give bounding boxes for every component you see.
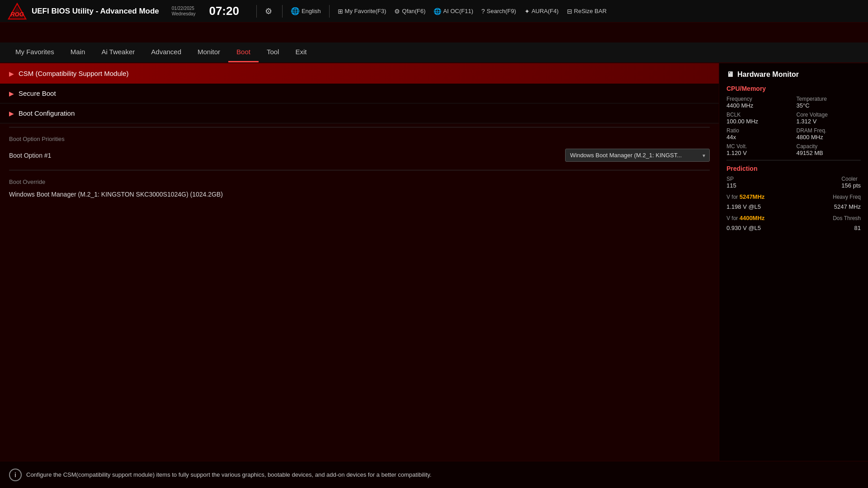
qfan-icon: ⚙	[394, 8, 400, 15]
day-label: Wednesday	[172, 11, 196, 17]
boot-config-title: Boot Configuration	[19, 109, 75, 117]
svg-text:ROG: ROG	[10, 11, 24, 18]
content-area: ▶ CSM (Compatibility Support Module) ▶ S…	[0, 63, 719, 461]
csm-section-title: CSM (Compatibility Support Module)	[19, 70, 128, 77]
aura-label: AURA(F4)	[532, 8, 559, 14]
dos-thresh-val: 81	[854, 225, 861, 231]
aura-icon: ✦	[524, 8, 530, 15]
heavy-freq-right: Heavy Freq	[833, 192, 861, 201]
search-label: Search(F9)	[487, 8, 516, 14]
ratio-cell: Ratio 44x	[726, 127, 791, 141]
time-display: 07:20	[209, 4, 239, 18]
mc-volt-cell: MC Volt. 1.120 V	[726, 143, 791, 156]
sp-cooler-row: SP 115 Cooler 156 pts	[726, 176, 861, 189]
header-divider-3	[329, 5, 330, 18]
separator-1	[9, 127, 710, 127]
secure-boot-title: Secure Boot	[19, 89, 56, 97]
cpu-memory-section-title: CPU/Memory	[726, 85, 861, 92]
boot-priorities-label: Boot Option Priorities	[0, 131, 719, 144]
search-icon: ?	[481, 8, 485, 15]
header-bar: ROG UEFI BIOS Utility - Advanced Mode 01…	[0, 0, 868, 23]
csm-chevron-icon: ▶	[9, 70, 14, 77]
temperature-cell: Temperature 35°C	[797, 96, 861, 109]
nav-item-main[interactable]: Main	[62, 42, 94, 62]
boot-option-1-select[interactable]: Windows Boot Manager (M.2_1: KINGST...	[565, 149, 710, 162]
ai-oc-icon: 🌐	[434, 8, 441, 15]
qfan-label: Qfan(F6)	[402, 8, 425, 14]
sp-cell: SP 115	[726, 176, 736, 189]
dram-freq-cell: DRAM Freq. 4800 MHz	[797, 127, 861, 141]
my-favorite-label: My Favorite(F3)	[345, 8, 387, 14]
ai-oc-label: AI OC(F11)	[443, 8, 473, 14]
star-icon: ⊞	[338, 8, 343, 15]
secure-boot-chevron-icon: ▶	[9, 90, 14, 97]
shortcut-my-favorite[interactable]: ⊞ My Favorite(F3)	[338, 8, 387, 15]
hw-monitor-title: 🖥 Hardware Monitor	[726, 70, 861, 79]
info-bar: i Configure the CSM(compatibility suppor…	[0, 461, 868, 488]
shortcut-search[interactable]: ? Search(F9)	[481, 8, 516, 15]
v-for-4400-row: V for 4400MHz Dos Thresh	[726, 214, 861, 222]
header-divider-2	[282, 5, 283, 18]
nav-item-my-favorites[interactable]: My Favorites	[7, 42, 62, 62]
dos-thresh-right: Dos Thresh	[833, 214, 861, 222]
resize-icon: ⊟	[567, 8, 572, 15]
freq-5247-highlight: 5247MHz	[740, 193, 765, 200]
hw-divider	[726, 160, 861, 160]
info-text: Configure the CSM(compatibility support …	[26, 471, 432, 478]
boot-override-item-1[interactable]: Windows Boot Manager (M.2_1: KINGSTON SK…	[0, 187, 719, 202]
cpu-memory-grid: Frequency 4400 MHz Temperature 35°C BCLK…	[726, 96, 861, 156]
boot-option-1-label: Boot Option #1	[9, 152, 558, 159]
globe-icon-english: 🌐	[291, 7, 300, 15]
heavy-freq-val: 5247 MHz	[834, 203, 861, 210]
main-layout: ▶ CSM (Compatibility Support Module) ▶ S…	[0, 63, 868, 461]
header-divider-1	[256, 5, 257, 18]
v-for-5247-left: V for 5247MHz	[726, 192, 764, 201]
boot-config-header[interactable]: ▶ Boot Configuration	[0, 103, 719, 123]
monitor-icon: 🖥	[726, 70, 734, 79]
cooler-cell: Cooler 156 pts	[841, 176, 861, 189]
boot-option-1-dropdown-wrapper[interactable]: Windows Boot Manager (M.2_1: KINGST...	[565, 149, 710, 162]
frequency-cell: Frequency 4400 MHz	[726, 96, 791, 109]
date-label: 01/22/2025	[172, 6, 196, 11]
nav-item-exit[interactable]: Exit	[287, 42, 315, 62]
english-label: English	[302, 8, 321, 14]
separator-2	[9, 170, 710, 170]
bclk-cell: BCLK 100.00 MHz	[726, 112, 791, 125]
boot-config-chevron-icon: ▶	[9, 110, 14, 117]
boot-override-label: Boot Override	[0, 174, 719, 187]
shortcut-english[interactable]: 🌐 English	[291, 7, 321, 15]
shortcut-aura[interactable]: ✦ AURA(F4)	[524, 8, 559, 15]
settings-icon[interactable]: ⚙	[265, 6, 272, 16]
v-for-4400-block: V for 4400MHz Dos Thresh 0.930 V @L5 81	[726, 214, 861, 231]
bios-title: UEFI BIOS Utility - Advanced Mode	[32, 7, 159, 16]
datetime-block: 01/22/2025 Wednesday	[172, 6, 196, 17]
v-for-5247-val: 1.198 V @L5	[726, 203, 761, 210]
nav-bar: My Favorites Main Ai Tweaker Advanced Mo…	[0, 42, 868, 63]
freq-4400-highlight: 4400MHz	[740, 215, 765, 221]
secure-boot-header[interactable]: ▶ Secure Boot	[0, 84, 719, 103]
resize-label: ReSize BAR	[574, 8, 607, 14]
v-for-4400-values: 0.930 V @L5 81	[726, 225, 861, 231]
nav-item-tool[interactable]: Tool	[259, 42, 288, 62]
nav-item-monitor[interactable]: Monitor	[189, 42, 228, 62]
shortcut-ai-oc[interactable]: 🌐 AI OC(F11)	[434, 8, 473, 15]
nav-item-boot[interactable]: Boot	[228, 42, 259, 62]
capacity-cell: Capacity 49152 MB	[797, 143, 861, 156]
shortcut-resize[interactable]: ⊟ ReSize BAR	[567, 8, 607, 15]
prediction-section-title: Prediction	[726, 165, 861, 172]
core-voltage-cell: Core Voltage 1.312 V	[797, 112, 861, 125]
boot-option-1-row: Boot Option #1 Windows Boot Manager (M.2…	[0, 144, 719, 166]
rog-logo: ROG	[7, 2, 27, 20]
v-for-5247-block: V for 5247MHz Heavy Freq 1.198 V @L5 524…	[726, 192, 861, 210]
nav-item-ai-tweaker[interactable]: Ai Tweaker	[93, 42, 143, 62]
v-for-5247-values: 1.198 V @L5 5247 MHz	[726, 203, 861, 210]
info-icon: i	[9, 469, 22, 481]
shortcut-qfan[interactable]: ⚙ Qfan(F6)	[394, 8, 425, 15]
v-for-4400-left: V for 4400MHz	[726, 214, 764, 222]
nav-item-advanced[interactable]: Advanced	[143, 42, 189, 62]
v-for-5247-row: V for 5247MHz Heavy Freq	[726, 192, 861, 201]
hardware-monitor-panel: 🖥 Hardware Monitor CPU/Memory Frequency …	[719, 63, 868, 461]
v-for-4400-val: 0.930 V @L5	[726, 225, 761, 231]
csm-section-header[interactable]: ▶ CSM (Compatibility Support Module)	[0, 63, 719, 84]
